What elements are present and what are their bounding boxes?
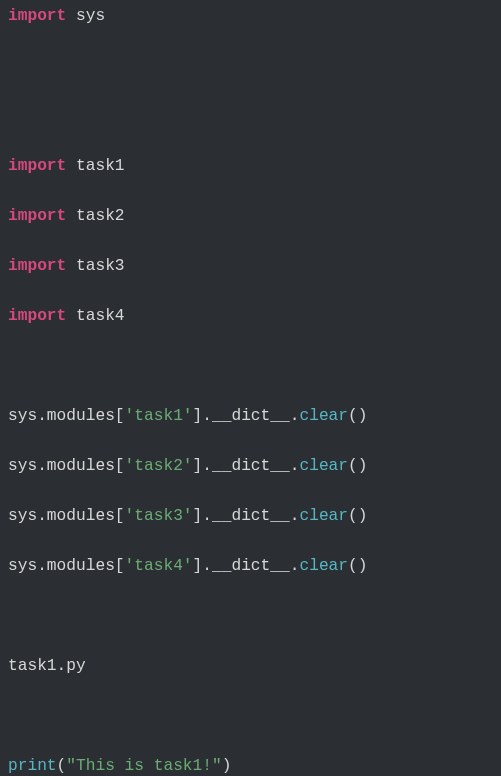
line-clear-task4: sys.modules['task4'].__dict__.clear() — [8, 554, 493, 579]
line-import-task3: import task3 — [8, 254, 493, 279]
module-task4: task4 — [76, 307, 125, 325]
clear-method: clear — [299, 507, 348, 525]
dunder-dict: __dict__ — [212, 407, 290, 425]
line-import-task4: import task4 — [8, 304, 493, 329]
paren-pair: () — [348, 557, 367, 575]
keyword-import: import — [8, 257, 66, 275]
module-task2: task2 — [76, 207, 125, 225]
line-clear-task2: sys.modules['task2'].__dict__.clear() — [8, 454, 493, 479]
key-task4: 'task4' — [125, 557, 193, 575]
dot: . — [202, 507, 212, 525]
module-task1: task1 — [76, 157, 125, 175]
key-task3: 'task3' — [125, 507, 193, 525]
filename-task1: task1.py — [8, 654, 493, 679]
dot: . — [290, 507, 300, 525]
close-bracket: ] — [193, 557, 203, 575]
blank-line — [8, 54, 493, 79]
line-import-task1: import task1 — [8, 154, 493, 179]
keyword-import: import — [8, 307, 66, 325]
sys-modules: sys.modules — [8, 457, 115, 475]
paren-pair: () — [348, 457, 367, 475]
close-paren: ) — [222, 757, 232, 775]
open-paren: ( — [57, 757, 67, 775]
module-sys: sys — [76, 7, 105, 25]
line-clear-task3: sys.modules['task3'].__dict__.clear() — [8, 504, 493, 529]
keyword-import: import — [8, 157, 66, 175]
keyword-import: import — [8, 207, 66, 225]
line-import-sys: import sys — [8, 4, 493, 29]
dunder-dict: __dict__ — [212, 457, 290, 475]
blank-line — [8, 104, 493, 129]
dot: . — [202, 557, 212, 575]
line-import-task2: import task2 — [8, 204, 493, 229]
dot: . — [290, 557, 300, 575]
keyword-import: import — [8, 7, 66, 25]
clear-method: clear — [299, 557, 348, 575]
sys-modules: sys.modules — [8, 407, 115, 425]
dot: . — [290, 457, 300, 475]
print-msg-task1: "This is task1!" — [66, 757, 221, 775]
print-fn: print — [8, 757, 57, 775]
line-clear-task1: sys.modules['task1'].__dict__.clear() — [8, 404, 493, 429]
blank-line — [8, 704, 493, 729]
paren-pair: () — [348, 507, 367, 525]
key-task1: 'task1' — [125, 407, 193, 425]
file-label: task1.py — [8, 657, 86, 675]
line-print-task1: print("This is task1!") — [8, 754, 493, 776]
sys-modules: sys.modules — [8, 507, 115, 525]
dunder-dict: __dict__ — [212, 557, 290, 575]
close-bracket: ] — [193, 507, 203, 525]
clear-method: clear — [299, 407, 348, 425]
blank-line — [8, 604, 493, 629]
open-bracket: [ — [115, 507, 125, 525]
sys-modules: sys.modules — [8, 557, 115, 575]
code-block: import sys import task1 import task2 imp… — [0, 0, 501, 776]
dot: . — [202, 407, 212, 425]
dot: . — [290, 407, 300, 425]
clear-method: clear — [299, 457, 348, 475]
open-bracket: [ — [115, 557, 125, 575]
close-bracket: ] — [193, 407, 203, 425]
module-task3: task3 — [76, 257, 125, 275]
open-bracket: [ — [115, 407, 125, 425]
key-task2: 'task2' — [125, 457, 193, 475]
blank-line — [8, 354, 493, 379]
dot: . — [202, 457, 212, 475]
paren-pair: () — [348, 407, 367, 425]
dunder-dict: __dict__ — [212, 507, 290, 525]
close-bracket: ] — [193, 457, 203, 475]
open-bracket: [ — [115, 457, 125, 475]
